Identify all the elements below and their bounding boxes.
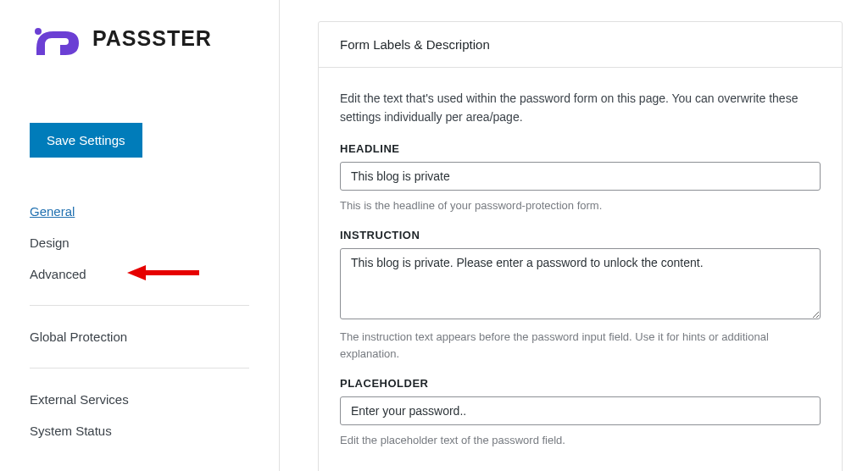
form-labels-card: Form Labels & Description Edit the text … [318,21,843,471]
card-body: Edit the text that's used within the pas… [319,68,842,471]
brand-logo: PASSSTER [30,21,249,55]
nav-group-protection: Global Protection [30,321,249,352]
placeholder-field-group: PLACEHOLDER Edit the placeholder text of… [340,377,821,449]
arrow-annotation-icon [127,263,199,282]
instruction-textarea[interactable]: This blog is private. Please enter a pas… [340,248,821,319]
headline-label: HEADLINE [340,142,821,155]
placeholder-label: PLACEHOLDER [340,377,821,390]
nav-divider [30,305,249,306]
main-content: Form Labels & Description Edit the text … [280,0,868,471]
instruction-help-text: The instruction text appears before the … [340,329,821,362]
brand-name: PASSSTER [92,26,212,51]
nav-item-advanced[interactable]: Advanced [30,258,249,290]
sidebar: PASSSTER Save Settings General Design Ad… [0,0,280,471]
nav-item-label: System Status [30,424,112,438]
card-title: Form Labels & Description [319,22,842,68]
nav-item-label: Global Protection [30,330,127,344]
nav-group-main: General Design Advanced [30,196,249,290]
nav-item-general[interactable]: General [30,196,249,227]
nav-group-system: External Services System Status [30,384,249,446]
headline-field-group: HEADLINE This is the headline of your pa… [340,142,821,214]
save-settings-button[interactable]: Save Settings [30,123,142,158]
nav-item-label: External Services [30,392,129,407]
svg-marker-2 [127,265,146,280]
placeholder-input[interactable] [340,396,821,425]
nav-divider [30,368,249,368]
nav-item-external-services[interactable]: External Services [30,384,249,415]
nav-item-label: Advanced [30,267,86,281]
instruction-label: INSTRUCTION [340,229,821,241]
instruction-field-group: INSTRUCTION This blog is private. Please… [340,229,821,362]
headline-input[interactable] [340,162,821,191]
nav-item-global-protection[interactable]: Global Protection [30,321,249,352]
nav-item-design[interactable]: Design [30,227,249,258]
headline-help-text: This is the headline of your password-pr… [340,197,821,214]
svg-point-0 [35,28,42,35]
nav-item-label: General [30,204,75,219]
card-intro-text: Edit the text that's used within the pas… [340,89,821,127]
nav-item-system-status[interactable]: System Status [30,415,249,446]
placeholder-help-text: Edit the placeholder text of the passwor… [340,432,821,449]
nav-item-label: Design [30,236,70,250]
passster-logo-icon [30,21,86,55]
